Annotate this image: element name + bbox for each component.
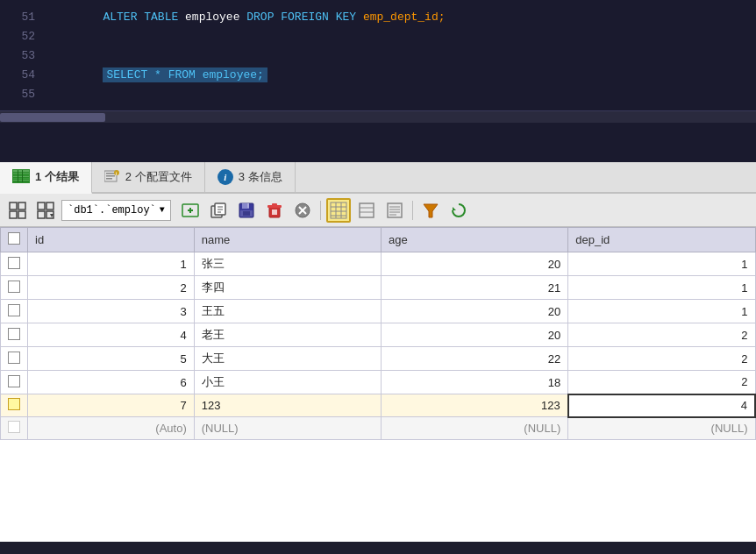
table-row[interactable]: 1 张三 20 1 [1, 252, 756, 276]
tab-config[interactable]: i 2 个配置文件 [92, 162, 205, 192]
info-icon: i [218, 169, 233, 185]
cell-dep_id[interactable]: 1 [568, 300, 755, 323]
cell-id[interactable]: 2 [28, 276, 195, 300]
line-number: 52 [0, 30, 48, 43]
code-text [48, 30, 55, 43]
cell-dep_id[interactable]: 2 [568, 347, 755, 371]
table-row-selected[interactable]: 7 123 123 4 [1, 394, 756, 417]
svg-rect-11 [106, 175, 115, 177]
table-view-button[interactable] [326, 198, 351, 223]
auto-name: (NULL) [194, 417, 381, 440]
row-checkbox-cell[interactable] [1, 347, 28, 371]
cell-name[interactable]: 123 [194, 394, 381, 417]
cell-age[interactable]: 22 [381, 347, 567, 371]
header-checkbox-box[interactable] [8, 232, 20, 245]
text-view-button[interactable] [382, 198, 407, 223]
row-checkbox-box[interactable] [8, 328, 20, 340]
cell-name[interactable]: 大王 [194, 347, 381, 371]
auto-dep_id: (NULL) [568, 417, 755, 440]
table-row[interactable]: 4 老王 20 2 [1, 323, 756, 347]
db-selector[interactable]: `db1`.`employ` ▼ [61, 200, 171, 221]
cell-age[interactable]: 20 [381, 252, 567, 276]
cell-id[interactable]: 4 [28, 323, 195, 347]
auto-age: (NULL) [381, 417, 567, 440]
results-panel: 1 个结果 i 2 个配置文件 i 3 条信息 [0, 162, 756, 542]
cell-dep_id[interactable]: 1 [568, 252, 755, 276]
scrollbar-thumb[interactable] [0, 113, 105, 122]
svg-rect-10 [106, 173, 115, 174]
row-checkbox-cell[interactable] [1, 276, 28, 300]
col-header-id[interactable]: id [28, 228, 195, 252]
editor-scrollbar[interactable] [0, 110, 756, 123]
row-checkbox-box[interactable] [8, 257, 20, 269]
code-line-54: 54 SELECT * FROM employee; [0, 65, 756, 84]
copy-row-button[interactable] [206, 198, 231, 223]
cell-age[interactable]: 20 [381, 323, 567, 347]
row-checkbox-cell[interactable] [1, 252, 28, 276]
filter-button[interactable] [418, 198, 443, 223]
col-header-name[interactable]: name [194, 228, 381, 252]
cell-name[interactable]: 老王 [194, 323, 381, 347]
toolbar-separator [320, 201, 321, 220]
cell-name[interactable]: 张三 [194, 252, 381, 276]
cell-name[interactable]: 小王 [194, 371, 381, 394]
table-row[interactable]: 6 小王 18 2 [1, 371, 756, 394]
svg-rect-34 [247, 203, 249, 208]
table-row-auto[interactable]: (Auto) (NULL) (NULL) (NULL) [1, 417, 756, 440]
row-checkbox-cell[interactable] [1, 323, 28, 347]
cancel-button[interactable] [290, 198, 315, 223]
auto-checkbox-box[interactable] [8, 421, 20, 433]
row-checkbox-box[interactable] [8, 352, 20, 364]
header-checkbox[interactable] [1, 228, 28, 252]
row-checkbox-box[interactable] [8, 281, 20, 293]
data-table-wrapper[interactable]: id name age dep_id 1 张三 20 1 2 李四 [0, 227, 756, 542]
add-row-button[interactable] [178, 198, 203, 223]
cell-age[interactable]: 20 [381, 300, 567, 323]
grid-dropdown-button[interactable] [33, 198, 58, 223]
cell-dep_id[interactable]: 2 [568, 323, 755, 347]
cell-id[interactable]: 5 [28, 347, 195, 371]
row-checkbox-cell[interactable] [1, 300, 28, 323]
cell-id[interactable]: 3 [28, 300, 195, 323]
svg-rect-20 [46, 202, 53, 210]
cell-id[interactable]: 6 [28, 371, 195, 394]
svg-rect-2 [13, 173, 29, 174]
delete-button[interactable] [262, 198, 287, 223]
cell-id[interactable]: 1 [28, 252, 195, 276]
single-record-view-button[interactable] [354, 198, 379, 223]
tab-result[interactable]: 1 个结果 [0, 162, 92, 194]
tab-info[interactable]: i 3 条信息 [205, 162, 296, 192]
row-checkbox-cell[interactable] [1, 371, 28, 394]
table-row[interactable]: 5 大王 22 2 [1, 347, 756, 371]
svg-rect-5 [13, 178, 29, 179]
cell-name[interactable]: 李四 [194, 276, 381, 300]
cell-age[interactable]: 21 [381, 276, 567, 300]
row-checkbox-box[interactable] [8, 304, 20, 316]
row-checkbox-cell[interactable] [1, 394, 28, 417]
svg-rect-19 [38, 202, 45, 210]
cell-dep_id[interactable]: 1 [568, 276, 755, 300]
selected-code: SELECT * FROM employee; [103, 67, 267, 82]
line-number: 55 [0, 88, 48, 101]
save-button[interactable] [234, 198, 259, 223]
svg-rect-21 [38, 211, 45, 218]
identifier: emp_dept_id; [363, 11, 446, 24]
cell-dep_id-selected[interactable]: 4 [568, 394, 755, 417]
auto-checkbox-cell[interactable] [1, 417, 28, 440]
col-header-dep_id[interactable]: dep_id [568, 228, 755, 252]
result-icon [12, 169, 30, 186]
table-row[interactable]: 2 李四 21 1 [1, 276, 756, 300]
toolbar-separator-2 [412, 201, 413, 220]
table-row[interactable]: 3 王五 20 1 [1, 300, 756, 323]
grid-view-button[interactable] [5, 198, 30, 223]
cell-name[interactable]: 王五 [194, 300, 381, 323]
cell-id[interactable]: 7 [28, 394, 195, 417]
col-header-age[interactable]: age [381, 228, 567, 252]
cell-dep_id[interactable]: 2 [568, 371, 755, 394]
refresh-button[interactable] [446, 198, 471, 223]
row-checkbox-box[interactable] [8, 398, 20, 410]
cell-age[interactable]: 123 [381, 394, 567, 417]
cell-age[interactable]: 18 [381, 371, 567, 394]
svg-rect-6 [13, 180, 29, 181]
row-checkbox-box[interactable] [8, 375, 20, 387]
